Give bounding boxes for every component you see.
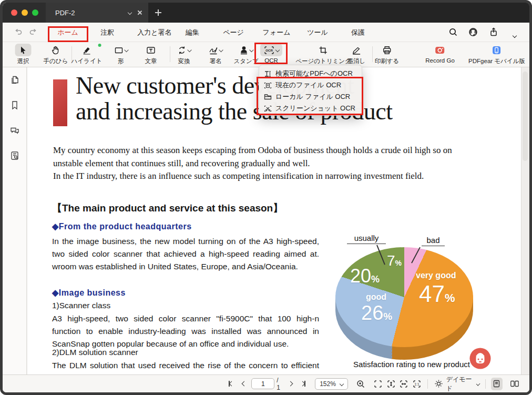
list-item-1-title: 1)Scanner class (52, 301, 110, 310)
support-icon[interactable] (468, 27, 478, 37)
subsection-body-1: In the image business, the new model tur… (52, 235, 319, 273)
highlighter-icon (71, 44, 103, 56)
share-icon[interactable] (488, 27, 499, 37)
toolbar-record-go[interactable]: Record Go (425, 44, 455, 64)
annotation-box-home-tab (48, 26, 88, 42)
view-mode-label[interactable]: デイモード (446, 375, 474, 393)
convert-icon (174, 44, 195, 56)
vertical-scrollbar[interactable] (521, 67, 529, 380)
comments-icon[interactable] (9, 125, 20, 138)
scrollbar-thumb[interactable] (523, 72, 528, 161)
tab-close-icon[interactable] (137, 9, 143, 16)
actual-size-icon[interactable]: 1:1 (412, 378, 423, 390)
search-icon[interactable] (448, 27, 458, 37)
toolbar-pdfgear-mobile[interactable]: PDFgear モバイル版 (468, 44, 525, 65)
annotation-box-ocr-menu-items (257, 77, 363, 115)
app-window: PDF-2 ホーム 注釈 入力と署名 編集 ページ フォーム ツール 保護 (0, 0, 532, 395)
list-item-2-title: 2)DLM solution scanner (52, 348, 138, 357)
shape-rectangle-icon (111, 44, 131, 56)
continuous-scroll-view-button[interactable] (527, 378, 532, 390)
pie-callout-bad: bad (422, 236, 445, 246)
fit-height-icon[interactable] (385, 378, 396, 390)
tab-bar (148, 3, 529, 23)
new-tab-button[interactable] (155, 9, 162, 16)
toolbar-shape[interactable]: 形 (111, 44, 131, 65)
record-go-icon (425, 44, 455, 56)
crop-icon (295, 44, 351, 56)
search-document-icon[interactable] (9, 150, 20, 163)
mobile-app-icon (468, 44, 525, 56)
tab-page[interactable]: ページ (223, 28, 244, 37)
pie-value-bad: 7% (387, 252, 402, 269)
toolbar-highlight[interactable]: ハイライト (71, 44, 103, 65)
tab-protect[interactable]: 保護 (351, 28, 365, 37)
select-pointer-icon (15, 44, 32, 56)
undo-icon[interactable] (14, 27, 23, 36)
two-page-view-button[interactable] (509, 378, 520, 390)
tab-edit[interactable]: 編集 (186, 28, 199, 37)
first-page-button[interactable] (226, 378, 237, 390)
printer-icon (375, 44, 400, 56)
single-page-view-button[interactable] (491, 378, 503, 390)
fit-width-icon[interactable] (398, 378, 410, 390)
next-page-button[interactable] (285, 378, 296, 390)
pie-value-very-good: 47% (419, 281, 455, 307)
collapse-toolbar-chevron-icon[interactable] (513, 30, 516, 39)
zoom-level-select[interactable]: 152% (315, 378, 348, 390)
tab-annotate[interactable]: 注釈 (100, 28, 114, 37)
view-mode-chevron-icon[interactable] (476, 382, 480, 386)
pie-callout-usually: usually (347, 234, 386, 244)
thumbnails-icon[interactable] (9, 75, 20, 87)
signature-icon (206, 44, 226, 56)
fit-page-icon[interactable] (373, 378, 384, 390)
toolbar-hand[interactable]: 手のひら (44, 44, 68, 65)
redo-icon[interactable] (28, 27, 38, 36)
text-box-icon (143, 44, 159, 56)
toolbar-convert[interactable]: 変換 (174, 44, 195, 65)
toolbar-print[interactable]: 印刷する (375, 44, 400, 65)
traffic-lights (11, 9, 38, 16)
tab-fill-sign[interactable]: 入力と署名 (137, 28, 171, 37)
tab-tools[interactable]: ツール (307, 28, 328, 37)
pie-label-good: good (366, 292, 386, 302)
page-total-label: / 1 (277, 377, 282, 391)
document-tab[interactable]: PDF-2 (46, 3, 148, 23)
subsection-heading-2: ◆Image business (52, 288, 126, 298)
pie-value-good: 26% (361, 302, 392, 325)
tab-chevron-down-icon[interactable] (128, 11, 132, 15)
status-bar: / 1 152% 1:1 (3, 374, 529, 392)
page-number-input[interactable] (251, 378, 274, 389)
tab-title: PDF-2 (55, 9, 128, 17)
left-panel-bar (3, 67, 27, 380)
tab-form[interactable]: フォーム (263, 28, 291, 37)
redact-marker-icon (347, 44, 366, 56)
pie-value-usually: 20% (350, 265, 380, 287)
section-heading: 【The main product and service at this se… (52, 201, 283, 215)
svg-text:1:1: 1:1 (414, 382, 419, 386)
toolbar-text[interactable]: 文章 (143, 44, 159, 65)
previous-page-button[interactable] (239, 378, 250, 390)
pie-label-very-good: very good (416, 271, 456, 280)
toolbar-select[interactable]: 選択 (15, 44, 32, 65)
intro-paragraph: My country economy at this season keeps … (53, 144, 480, 183)
toolbar-crop[interactable]: ページのトリミング (295, 44, 351, 65)
subsection-heading-1: ◆From the product headquarters (52, 221, 192, 231)
assistant-mascot-button[interactable] (468, 347, 492, 370)
zoom-level-value: 152% (320, 380, 336, 388)
last-page-button[interactable] (298, 378, 309, 390)
zoom-window-button[interactable] (32, 9, 38, 16)
toolbar-redact[interactable]: 墨消し (347, 44, 366, 65)
day-mode-sun-icon (433, 378, 444, 390)
list-item-1-body: A3 high-speed, two sided color scanner "… (52, 312, 319, 350)
highlight-active-dot (98, 44, 101, 47)
zoom-in-icon[interactable] (355, 378, 366, 390)
toolbar-sign[interactable]: 署名 (206, 44, 226, 65)
minimize-window-button[interactable] (22, 9, 28, 16)
hand-icon (44, 44, 68, 56)
bookmarks-icon[interactable] (9, 100, 20, 113)
close-window-button[interactable] (11, 9, 17, 16)
heading-accent-bar (53, 79, 67, 126)
title-bar: PDF-2 (3, 3, 529, 23)
annotation-box-ocr-button (254, 43, 288, 64)
